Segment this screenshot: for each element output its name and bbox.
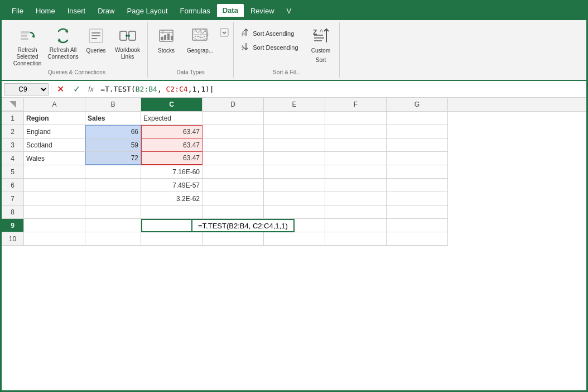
cell-f8[interactable] bbox=[325, 205, 387, 219]
cell-c7[interactable]: 3.2E-62 bbox=[141, 192, 203, 205]
fx-button[interactable]: fx bbox=[86, 85, 96, 93]
cell-a1[interactable]: Region bbox=[24, 112, 85, 125]
cell-d10[interactable] bbox=[203, 232, 264, 246]
cell-e2[interactable] bbox=[264, 125, 325, 138]
formula-input[interactable]: =T.TEST(B2:B4, C2:C4,1,1)| bbox=[98, 84, 584, 94]
cell-b6[interactable] bbox=[85, 179, 141, 192]
cell-b7[interactable] bbox=[85, 192, 141, 205]
menu-formulas[interactable]: Formulas bbox=[175, 4, 216, 17]
cell-g1[interactable] bbox=[387, 112, 448, 125]
menu-draw[interactable]: Draw bbox=[92, 4, 120, 17]
menu-more[interactable]: V bbox=[281, 4, 297, 17]
cell-e3[interactable] bbox=[264, 138, 325, 152]
cell-e10[interactable] bbox=[264, 232, 325, 246]
cell-g7[interactable] bbox=[387, 192, 448, 205]
cell-a2[interactable]: England bbox=[24, 125, 85, 138]
cell-g6[interactable] bbox=[387, 179, 448, 192]
cell-c1[interactable]: Expected bbox=[141, 112, 203, 125]
data-types-expand[interactable] bbox=[220, 25, 229, 37]
cell-f6[interactable] bbox=[325, 179, 387, 192]
cell-g4[interactable] bbox=[387, 152, 448, 165]
col-header-d[interactable]: D bbox=[203, 98, 264, 111]
col-header-b[interactable]: B bbox=[85, 98, 141, 111]
cancel-button[interactable]: ✕ bbox=[54, 83, 68, 95]
cell-c3[interactable]: 63.47 bbox=[141, 138, 203, 152]
cell-d4[interactable] bbox=[203, 152, 264, 165]
cell-b3[interactable]: 59 bbox=[85, 138, 141, 152]
row-header-6[interactable]: 6 bbox=[2, 179, 24, 192]
cell-f9[interactable] bbox=[325, 219, 387, 232]
cell-e1[interactable] bbox=[264, 112, 325, 125]
cell-f1[interactable] bbox=[325, 112, 387, 125]
cell-e7[interactable] bbox=[264, 192, 325, 205]
cell-g9[interactable] bbox=[387, 219, 448, 232]
cell-a7[interactable] bbox=[24, 192, 85, 205]
cell-g10[interactable] bbox=[387, 232, 448, 246]
cell-b4[interactable]: 72 bbox=[85, 152, 141, 165]
cell-f7[interactable] bbox=[325, 192, 387, 205]
cell-b8[interactable] bbox=[85, 205, 141, 219]
cell-d5[interactable] bbox=[203, 165, 264, 179]
confirm-button[interactable]: ✓ bbox=[70, 83, 84, 95]
menu-home[interactable]: Home bbox=[30, 4, 61, 17]
col-header-c[interactable]: C bbox=[141, 98, 203, 111]
cell-d1[interactable] bbox=[203, 112, 264, 125]
cell-f10[interactable] bbox=[325, 232, 387, 246]
cell-a9[interactable] bbox=[24, 219, 85, 232]
menu-data[interactable]: Data bbox=[217, 4, 244, 18]
cell-b9[interactable] bbox=[85, 219, 141, 232]
cell-a10[interactable] bbox=[24, 232, 85, 246]
cell-c5[interactable]: 7.16E-60 bbox=[141, 165, 203, 179]
cell-a8[interactable] bbox=[24, 205, 85, 219]
row-header-2[interactable]: 2 bbox=[2, 125, 24, 138]
cell-c10[interactable] bbox=[141, 232, 203, 246]
cell-a3[interactable]: Scotland bbox=[24, 138, 85, 152]
cell-e6[interactable] bbox=[264, 179, 325, 192]
stocks-button[interactable]: 📊 Stocks bbox=[152, 25, 180, 56]
cell-reference-box[interactable]: C9 bbox=[4, 83, 49, 95]
cell-f2[interactable] bbox=[325, 125, 387, 138]
custom-sort-button[interactable]: Z A Custom Sort bbox=[307, 25, 335, 66]
row-header-3[interactable]: 3 bbox=[2, 138, 24, 152]
cell-d8[interactable] bbox=[203, 205, 264, 219]
col-header-a[interactable]: A bbox=[24, 98, 85, 111]
menu-file[interactable]: File bbox=[6, 4, 29, 17]
menu-page-layout[interactable]: Page Layout bbox=[122, 4, 173, 17]
cell-b2[interactable]: 66 bbox=[85, 125, 141, 138]
menu-review[interactable]: Review bbox=[245, 4, 280, 17]
cell-c6[interactable]: 7.49E-57 bbox=[141, 179, 203, 192]
cell-e5[interactable] bbox=[264, 165, 325, 179]
sort-descending-button[interactable]: A Z Sort Descending bbox=[238, 41, 305, 54]
row-header-10[interactable]: 10 bbox=[2, 232, 24, 246]
cell-d3[interactable] bbox=[203, 138, 264, 152]
cell-b10[interactable] bbox=[85, 232, 141, 246]
menu-insert[interactable]: Insert bbox=[62, 4, 91, 17]
cell-e8[interactable] bbox=[264, 205, 325, 219]
row-header-4[interactable]: 4 bbox=[2, 152, 24, 165]
col-header-g[interactable]: G bbox=[387, 98, 448, 111]
cell-d7[interactable] bbox=[203, 192, 264, 205]
geography-button[interactable]: Geograp... bbox=[182, 25, 218, 56]
cell-g8[interactable] bbox=[387, 205, 448, 219]
cell-g5[interactable] bbox=[387, 165, 448, 179]
cell-f5[interactable] bbox=[325, 165, 387, 179]
refresh-all-button[interactable]: Refresh AllConnections bbox=[46, 25, 80, 63]
row-header-5[interactable]: 5 bbox=[2, 165, 24, 179]
cell-c2[interactable]: 63.47 bbox=[141, 125, 203, 138]
cell-b5[interactable] bbox=[85, 165, 141, 179]
cell-a4[interactable]: Wales bbox=[24, 152, 85, 165]
cell-c4[interactable]: 63.47 bbox=[141, 152, 203, 165]
cell-a6[interactable] bbox=[24, 179, 85, 192]
cell-d2[interactable] bbox=[203, 125, 264, 138]
cell-f4[interactable] bbox=[325, 152, 387, 165]
cell-c8[interactable] bbox=[141, 205, 203, 219]
sort-ascending-button[interactable]: A Z Sort Ascending bbox=[238, 27, 305, 40]
col-header-f[interactable]: F bbox=[325, 98, 387, 111]
refresh-selected-button[interactable]: Refresh Selected Connection bbox=[11, 25, 44, 69]
cell-f3[interactable] bbox=[325, 138, 387, 152]
cell-d6[interactable] bbox=[203, 179, 264, 192]
cell-b1[interactable]: Sales bbox=[85, 112, 141, 125]
row-header-7[interactable]: 7 bbox=[2, 192, 24, 205]
row-header-9[interactable]: 9 bbox=[2, 219, 24, 232]
workbook-links-button[interactable]: WorkbookLinks bbox=[112, 25, 143, 63]
